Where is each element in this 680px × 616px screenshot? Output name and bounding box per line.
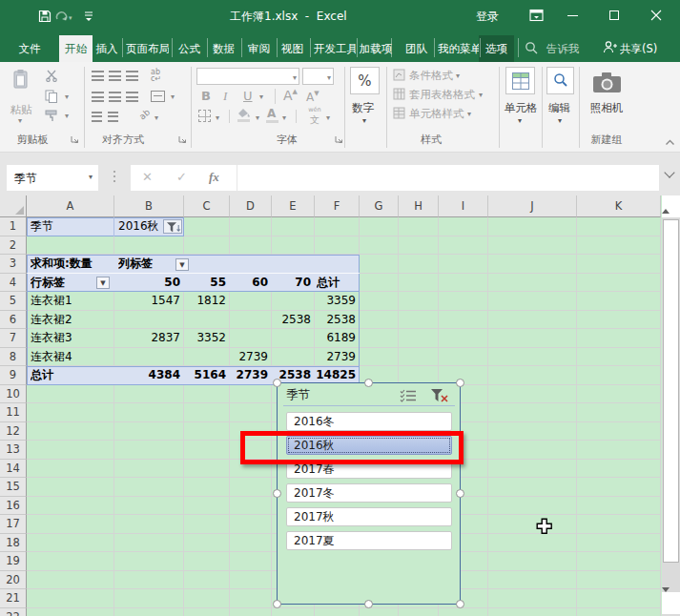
scroll-up-button[interactable] bbox=[662, 195, 680, 217]
share-button[interactable]: 共享(S) bbox=[620, 35, 673, 62]
formula-input[interactable] bbox=[237, 165, 659, 191]
number-format-button[interactable]: % 数字 ▾ bbox=[350, 67, 381, 126]
sheet-grid[interactable]: ABCDEFGHIJK 1234567891011121314151617181… bbox=[0, 195, 662, 616]
row-header-21[interactable]: 21 bbox=[0, 589, 27, 608]
increase-indent-icon[interactable] bbox=[108, 112, 118, 122]
camera-button[interactable]: 照相机 bbox=[586, 67, 628, 126]
font-name-combo[interactable]: ▾ bbox=[196, 68, 299, 85]
row-header-6[interactable]: 6 bbox=[0, 311, 27, 330]
cell-D8[interactable]: 2739 bbox=[230, 348, 268, 366]
scroll-down-button[interactable] bbox=[662, 592, 680, 614]
cell-A8[interactable]: 连衣裙4 bbox=[31, 348, 112, 366]
slicer-season[interactable]: 季节 2016冬2016秋2017春2017冬2017秋2017夏 bbox=[277, 382, 461, 605]
align-left-icon[interactable] bbox=[92, 92, 104, 102]
row-header-18[interactable]: 18 bbox=[0, 534, 27, 553]
name-box-dropdown-arrow[interactable]: ▾ bbox=[89, 173, 93, 181]
collapse-ribbon-icon[interactable] bbox=[665, 138, 675, 146]
tab-team[interactable]: 团队 bbox=[402, 35, 430, 62]
cell-D4[interactable]: 60 bbox=[230, 274, 268, 292]
underline-button[interactable]: U bbox=[243, 89, 253, 103]
align-middle-icon[interactable] bbox=[109, 71, 121, 81]
slicer-resize-handle[interactable] bbox=[273, 489, 281, 498]
cancel-icon[interactable]: ✕ bbox=[142, 170, 153, 184]
cell-B3[interactable]: 列标签 bbox=[118, 255, 172, 273]
tab-page-layout[interactable]: 页面布局 bbox=[126, 35, 169, 62]
column-header-B[interactable]: B bbox=[114, 195, 184, 217]
cell-C7[interactable]: 3352 bbox=[184, 329, 226, 347]
alignment-dialog-launcher[interactable] bbox=[178, 135, 187, 144]
column-header-C[interactable]: C bbox=[184, 195, 230, 217]
column-header-H[interactable]: H bbox=[399, 195, 439, 217]
clipboard-dialog-launcher[interactable] bbox=[71, 135, 79, 144]
row-header-8[interactable]: 8 bbox=[0, 348, 27, 367]
cell-B1[interactable]: 2016秋 bbox=[118, 217, 162, 236]
tell-me-box[interactable]: 告诉我 bbox=[544, 35, 582, 62]
cell-C5[interactable]: 1812 bbox=[184, 292, 226, 310]
cell-styles-button[interactable]: 单元格样式 ▾ bbox=[393, 106, 496, 122]
underline-dropdown-arrow[interactable]: ▾ bbox=[259, 93, 263, 101]
format-as-table-button[interactable]: 套用表格格式 ▾ bbox=[393, 87, 496, 103]
row-header-9[interactable]: 9 bbox=[0, 366, 27, 385]
name-box[interactable]: 季节 ▾ bbox=[7, 165, 98, 191]
column-header-A[interactable]: A bbox=[27, 195, 114, 217]
maximize-button[interactable] bbox=[598, 0, 630, 31]
borders-icon[interactable] bbox=[198, 110, 211, 122]
select-all-corner[interactable] bbox=[0, 195, 27, 217]
cell-B4[interactable]: 50 bbox=[114, 274, 180, 292]
row-header-19[interactable]: 19 bbox=[0, 552, 27, 571]
row-header-15[interactable]: 15 bbox=[0, 478, 27, 497]
align-center-icon[interactable] bbox=[109, 92, 121, 102]
cell-F6[interactable]: 2538 bbox=[315, 311, 356, 329]
close-button[interactable] bbox=[640, 0, 672, 31]
scrollbar-thumb[interactable] bbox=[663, 219, 679, 563]
tab-view[interactable]: 视图 bbox=[278, 35, 306, 62]
row-header-11[interactable]: 11 bbox=[0, 403, 27, 422]
increase-font-button[interactable]: A▲ bbox=[283, 88, 298, 103]
orientation-dropdown-arrow[interactable]: ▾ bbox=[155, 114, 158, 122]
cell-A3[interactable]: 求和项:数量 bbox=[31, 255, 114, 273]
row-header-3[interactable]: 3 bbox=[0, 255, 27, 274]
column-header-E[interactable]: E bbox=[272, 195, 315, 217]
row-header-13[interactable]: 13 bbox=[0, 441, 27, 460]
phonetic-dropdown-arrow[interactable]: ▾ bbox=[326, 114, 330, 122]
tab-review[interactable]: 审阅 bbox=[245, 35, 273, 62]
cell-E6[interactable]: 2538 bbox=[272, 311, 311, 329]
decrease-font-button[interactable]: A▼ bbox=[306, 90, 319, 104]
cell-A1[interactable]: 季节 bbox=[31, 217, 107, 236]
orientation-icon[interactable]: ab bbox=[137, 108, 152, 122]
save-icon[interactable] bbox=[37, 9, 52, 24]
tab-home[interactable]: 开始 bbox=[59, 35, 93, 62]
row-header-22[interactable]: 22 bbox=[0, 608, 27, 616]
slicer-multiselect-icon[interactable] bbox=[400, 389, 418, 402]
tab-developer[interactable]: 开发工具 bbox=[314, 35, 356, 62]
tab-formulas[interactable]: 公式 bbox=[175, 35, 203, 62]
merge-center-icon[interactable] bbox=[151, 91, 165, 102]
cell-F7[interactable]: 6189 bbox=[315, 329, 356, 347]
ribbon-display-options-icon[interactable] bbox=[529, 9, 545, 23]
copy-dropdown-arrow[interactable]: ▾ bbox=[65, 93, 69, 101]
cell-A5[interactable]: 连衣裙1 bbox=[31, 292, 112, 310]
slicer-resize-handle[interactable] bbox=[273, 379, 281, 387]
cell-B7[interactable]: 2837 bbox=[114, 329, 180, 347]
borders-dropdown-arrow[interactable]: ▾ bbox=[216, 114, 219, 122]
tab-slicer-options[interactable]: 选项 bbox=[479, 35, 514, 62]
column-header-K[interactable]: K bbox=[577, 195, 661, 217]
slicer-resize-handle[interactable] bbox=[456, 489, 464, 498]
cell-C4[interactable]: 55 bbox=[184, 274, 226, 292]
cell-E4[interactable]: 70 bbox=[272, 274, 311, 292]
row-header-17[interactable]: 17 bbox=[0, 515, 27, 534]
font-color-dropdown-arrow[interactable]: ▾ bbox=[282, 114, 286, 122]
slicer-resize-handle[interactable] bbox=[273, 600, 281, 608]
slicer-item-2017冬[interactable]: 2017冬 bbox=[286, 483, 452, 503]
row-header-14[interactable]: 14 bbox=[0, 460, 27, 479]
minimize-button[interactable] bbox=[556, 0, 588, 31]
cut-icon[interactable] bbox=[45, 70, 58, 82]
fill-color-icon[interactable] bbox=[237, 109, 251, 118]
font-size-combo[interactable]: ▾ bbox=[302, 68, 334, 85]
copy-icon[interactable] bbox=[45, 90, 58, 103]
enter-icon[interactable]: ✓ bbox=[176, 170, 187, 184]
col-labels-dropdown[interactable]: ▼ bbox=[175, 258, 189, 271]
format-painter-dropdown-arrow[interactable]: ▾ bbox=[65, 113, 69, 120]
slicer-clear-filter-icon[interactable] bbox=[430, 388, 449, 403]
cell-B5[interactable]: 1547 bbox=[114, 292, 180, 310]
